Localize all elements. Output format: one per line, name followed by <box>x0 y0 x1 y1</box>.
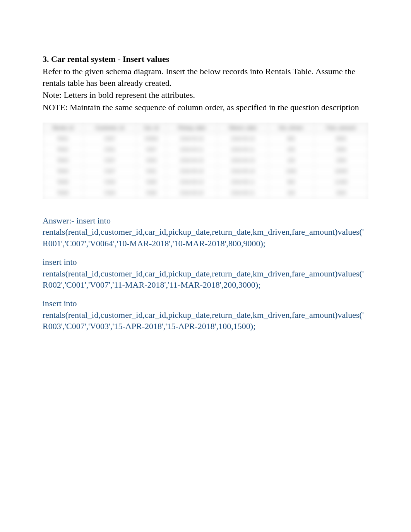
cell: C007 <box>83 166 136 177</box>
cell: R003 <box>43 155 84 166</box>
cell: 1000 <box>268 166 314 177</box>
cell: 900 <box>268 177 314 188</box>
th-car-id: Car_id <box>136 123 166 133</box>
cell: 2018-05-16 <box>217 166 268 177</box>
th-customer-id: Customer_id <box>83 123 136 133</box>
question-heading: 3. Car rental system - Insert values <box>43 54 368 64</box>
answer-block: insert into rentals(rental_id,customer_i… <box>43 256 368 291</box>
cell: V001 <box>136 166 166 177</box>
cell: 11000 <box>314 177 368 188</box>
cell: 2018-03-11 <box>217 144 268 155</box>
intro-paragraph-2: Note: Letters in bold represent the attr… <box>43 89 368 101</box>
th-return-date: Return_date <box>217 123 268 133</box>
cell: R001 <box>43 133 84 144</box>
rentals-table: Rental_id Customer_id Car_id Pickup_date… <box>43 123 368 199</box>
table-body: R001 C007 V0064 2018-03-10 2018-03-10 80… <box>43 133 368 198</box>
table-row: R006 C004 V006 2018-05-20 2018-05-21 200… <box>43 188 368 198</box>
cell: 2500 <box>314 188 368 198</box>
answer-section: Answer:- insert into rentals(rental_id,c… <box>43 215 368 332</box>
cell: C001 <box>83 144 136 155</box>
cell: 200 <box>268 188 314 198</box>
cell: 3000 <box>314 144 368 155</box>
table-header-row: Rental_id Customer_id Car_id Pickup_date… <box>43 123 368 133</box>
cell: 1500 <box>314 155 368 166</box>
cell: 2018-05-11 <box>217 177 268 188</box>
cell: C004 <box>83 177 136 188</box>
cell: C007 <box>83 155 136 166</box>
cell: V003 <box>136 155 166 166</box>
th-fare-amount: Fare_amount <box>314 123 368 133</box>
cell: R004 <box>43 166 84 177</box>
cell: 10000 <box>314 166 368 177</box>
cell: 2018-04-15 <box>166 155 217 166</box>
cell: V0064 <box>136 133 166 144</box>
cell: 2018-05-16 <box>166 166 217 177</box>
cell: 2018-03-11 <box>166 144 217 155</box>
intro-paragraph-3: NOTE: Maintain the same sequence of colu… <box>43 102 368 113</box>
table-row: R004 C007 V001 2018-05-16 2018-05-16 100… <box>43 166 368 177</box>
answer-block: insert into rentals(rental_id,customer_i… <box>43 298 368 332</box>
cell: 2018-03-10 <box>166 133 217 144</box>
cell: 2018-05-20 <box>166 188 217 198</box>
th-km-driven: Km_driven <box>268 123 314 133</box>
intro-paragraph-1: Refer to the given schema diagram. Inser… <box>43 66 368 89</box>
cell: 800 <box>268 133 314 144</box>
cell: R002 <box>43 144 84 155</box>
cell: V007 <box>136 144 166 155</box>
table-row: R001 C007 V0064 2018-03-10 2018-03-10 80… <box>43 133 368 144</box>
cell: C004 <box>83 188 136 198</box>
table-row: R005 C004 V005 2018-05-10 2018-05-11 900… <box>43 177 368 188</box>
th-rental-id: Rental_id <box>43 123 84 133</box>
cell: 100 <box>268 155 314 166</box>
cell: 2018-03-10 <box>217 133 268 144</box>
cell: R006 <box>43 188 84 198</box>
answer-block: Answer:- insert into rentals(rental_id,c… <box>43 215 368 249</box>
cell: 200 <box>268 144 314 155</box>
cell: 2018-04-15 <box>217 155 268 166</box>
cell: C007 <box>83 133 136 144</box>
cell: V006 <box>136 188 166 198</box>
cell: 9000 <box>314 133 368 144</box>
cell: 2018-05-10 <box>166 177 217 188</box>
rentals-table-wrapper: Rental_id Customer_id Car_id Pickup_date… <box>43 123 368 199</box>
cell: 2018-05-21 <box>217 188 268 198</box>
table-row: R002 C001 V007 2018-03-11 2018-03-11 200… <box>43 144 368 155</box>
th-pickup-date: Pickup_date <box>166 123 217 133</box>
cell: R005 <box>43 177 84 188</box>
table-row: R003 C007 V003 2018-04-15 2018-04-15 100… <box>43 155 368 166</box>
cell: V005 <box>136 177 166 188</box>
